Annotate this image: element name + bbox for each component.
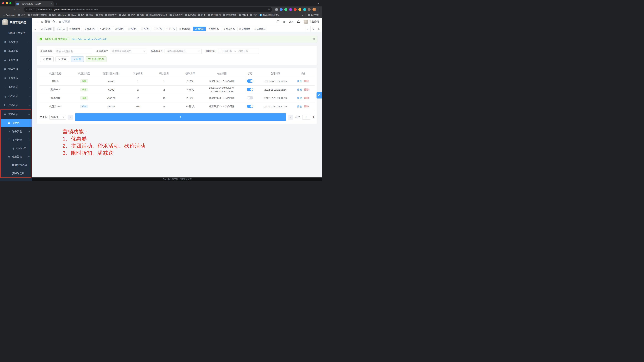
- sidebar-item-system[interactable]: ⚙ 系统管理: [0, 38, 32, 47]
- bookmark-folder[interactable]: 生活: [249, 14, 258, 17]
- bookmark-folder[interactable]: 软件/硬件: [104, 14, 118, 17]
- breadcrumb-parent[interactable]: 营销中心: [45, 20, 55, 24]
- edit-link[interactable]: 修改: [297, 88, 302, 91]
- tab-search-icon[interactable]: ▾: [318, 3, 320, 5]
- sidebar-item-cloud-docs[interactable]: Cloud 开发文档: [0, 29, 32, 38]
- address-bar[interactable]: ⚠ 不安全 dashboard-vue3.yudao.iocoder.cn/pr…: [24, 7, 272, 12]
- browser-menu-icon[interactable]: ⋮: [318, 8, 320, 11]
- forward-button[interactable]: →: [7, 8, 12, 11]
- page-size-select[interactable]: 10条/页: [49, 115, 66, 120]
- bookmark-folder[interactable]: 前端: [85, 14, 94, 17]
- tag-view-item[interactable]: 订单详情: [165, 27, 177, 31]
- delete-link[interactable]: 删除: [304, 80, 309, 83]
- status-toggle[interactable]: [247, 105, 253, 108]
- extension-icon[interactable]: [294, 8, 297, 11]
- tag-view-item[interactable]: 订单详情: [139, 27, 151, 31]
- date-range-picker[interactable]: 开始日期 – 结束日期: [217, 49, 259, 54]
- bookmark-folder[interactable]: 近期需要读的文章: [26, 14, 48, 17]
- tag-view-item[interactable]: 会员优惠券: [253, 27, 267, 31]
- tags-refresh-icon[interactable]: ↻: [310, 26, 316, 32]
- sidebar-item-order-center[interactable]: ↻ 订单中心: [0, 101, 32, 110]
- sidebar-item-time-discount[interactable]: 限时折扣活动: [0, 161, 32, 169]
- tag-view-item[interactable]: ◷ 拼团商品: [237, 27, 252, 31]
- tag-view-item[interactable]: ▥ 售后退款: [178, 27, 192, 31]
- coupon-status-select[interactable]: 请选择优惠券状态: [164, 49, 202, 54]
- extension-icon[interactable]: [303, 8, 306, 11]
- member-coupon-button[interactable]: 会员优惠券: [86, 56, 106, 62]
- hamburger-icon[interactable]: [36, 21, 38, 23]
- settings-gear-button[interactable]: ⚙: [316, 92, 322, 99]
- sidebar-item-full-reduction[interactable]: 满减送活动: [0, 169, 32, 178]
- sidebar-item-coupon[interactable]: ▣ 优惠券: [0, 119, 32, 127]
- tag-view-item[interactable]: ⚙ 秒杀时段: [207, 27, 221, 31]
- sidebar-item-report[interactable]: ▤ 报表管理: [0, 65, 32, 74]
- tags-scroll-right-icon[interactable]: »: [304, 26, 310, 32]
- coupon-type-select[interactable]: 请选择优惠券类型: [110, 49, 147, 54]
- language-icon[interactable]: 文A: [289, 20, 293, 23]
- sidebar-item-payment[interactable]: ◈ 支付管理: [0, 56, 32, 65]
- extension-icon[interactable]: [275, 8, 278, 11]
- other-bookmarks[interactable]: 其他书签: [307, 14, 320, 17]
- sidebar-item-groupon-product[interactable]: ◷ 拼团商品: [0, 144, 32, 152]
- next-page-button[interactable]: ›: [288, 115, 293, 120]
- user-menu[interactable]: 芋道源码: [304, 20, 319, 24]
- close-icon[interactable]: ×: [313, 38, 315, 41]
- coupon-name-input[interactable]: [54, 49, 92, 54]
- minimize-window-button[interactable]: [6, 2, 8, 4]
- bookmark-folder[interactable]: 网站/博客/文章/工具: [145, 14, 168, 17]
- security-warning[interactable]: ⚠ 不安全: [26, 8, 35, 11]
- status-toggle[interactable]: [247, 96, 253, 100]
- extension-icon[interactable]: [308, 8, 311, 11]
- bookmark-folder[interactable]: IDE: [127, 14, 136, 16]
- edit-link[interactable]: 修改: [297, 80, 302, 83]
- bookmark-folder[interactable]: PHP: [197, 14, 207, 16]
- bookmarks-overflow-icon[interactable]: »: [301, 14, 304, 17]
- sidebar-item-seckill[interactable]: ◔ 秒杀活动: [0, 127, 32, 136]
- tags-scroll-left-icon[interactable]: «: [32, 26, 38, 32]
- delete-link[interactable]: 删除: [304, 88, 309, 91]
- bookmark-folder[interactable]: Linux: [67, 14, 77, 16]
- extension-icon[interactable]: [298, 8, 301, 11]
- prev-page-button[interactable]: ‹: [68, 115, 73, 120]
- new-tab-button[interactable]: +: [56, 2, 58, 5]
- page-number-button[interactable]: 1: [75, 113, 286, 121]
- search-button[interactable]: 搜索: [40, 56, 54, 62]
- bookmark-folder[interactable]: 资讯未整理: [168, 14, 184, 17]
- tag-view-item[interactable]: 会员详情: [54, 27, 66, 31]
- profile-avatar[interactable]: [312, 8, 316, 11]
- tag-view-item[interactable]: 订单详情: [113, 27, 125, 31]
- bookmark-folder[interactable]: Java: [57, 14, 67, 16]
- sidebar-item-workflow[interactable]: ≡ 工作流程: [0, 74, 32, 83]
- tag-view-item[interactable]: ▤ 会员标签: [39, 27, 54, 31]
- tag-view-item[interactable]: ▣ 优惠券: [193, 27, 206, 31]
- sidebar-item-groupon[interactable]: ◫ 拼团活动: [0, 136, 32, 144]
- edit-link[interactable]: 修改: [297, 97, 302, 99]
- sidebar-item-marketing-center[interactable]: ⊞ 营销中心: [0, 110, 32, 119]
- bookmark-folder[interactable]: 博客未整理: [222, 14, 238, 17]
- add-button[interactable]: + 新增: [71, 56, 84, 62]
- reset-button[interactable]: ↻ 重置: [56, 56, 69, 62]
- tag-view-item[interactable]: ⊙ 商品列表: [68, 27, 82, 31]
- goto-page-input[interactable]: [302, 115, 310, 120]
- bookmark-folder[interactable]: 其他语言: [184, 14, 197, 17]
- sidebar-item-member-center[interactable]: ◔ 会员中心: [0, 83, 32, 92]
- tag-view-item[interactable]: ≡ 订单列表: [98, 27, 112, 31]
- tags-options-icon[interactable]: ⊞: [316, 26, 322, 32]
- bookmark-folder[interactable]: DB: [77, 14, 85, 16]
- tag-view-item[interactable]: ⊙ 秒杀商品: [222, 27, 236, 31]
- tag-view-item[interactable]: 订单详情: [126, 27, 138, 31]
- bookmark-folder[interactable]: 文件服务器: [207, 14, 222, 17]
- tag-view-item[interactable]: 订单详情: [152, 27, 164, 31]
- reload-button[interactable]: ↻: [12, 8, 17, 11]
- bookmark-link[interactable]: B Java开发|小组首...: [258, 14, 280, 17]
- delete-link[interactable]: 删除: [304, 97, 309, 99]
- bookmarks-manager[interactable]: ★ Bookmarks: [2, 14, 17, 16]
- home-button[interactable]: ⌂: [18, 8, 22, 11]
- close-tab-icon[interactable]: ×: [50, 3, 52, 5]
- delete-link[interactable]: 删除: [304, 105, 309, 108]
- edit-link[interactable]: 修改: [297, 105, 302, 108]
- status-toggle[interactable]: [247, 80, 253, 83]
- url-text[interactable]: dashboard-vue3.yudao.iocoder.cn/promotio…: [38, 9, 267, 11]
- sidebar-item-bargain[interactable]: ◇ 砍价活动: [0, 152, 32, 161]
- tag-view-item[interactable]: ◉ 商品详情: [83, 27, 97, 31]
